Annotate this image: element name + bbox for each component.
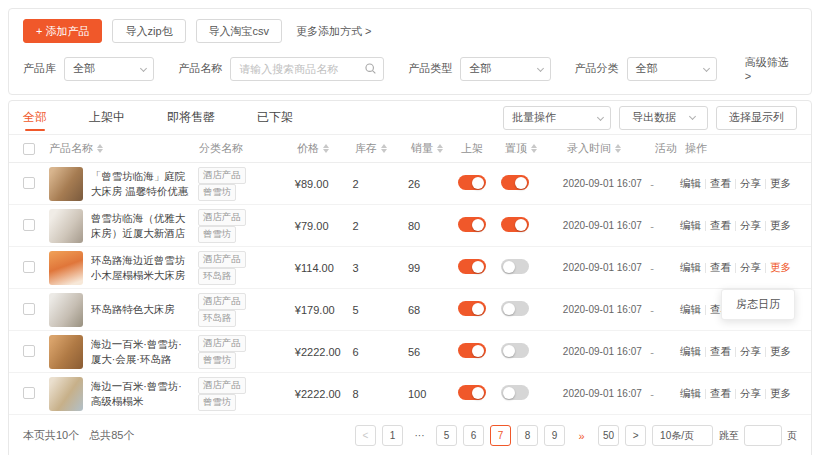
row-checkbox[interactable] — [23, 261, 35, 273]
page-button-7-current[interactable]: 7 — [490, 425, 511, 446]
row-checkbox[interactable] — [23, 303, 35, 315]
more-action[interactable]: 更多 — [770, 387, 791, 401]
export-data-button[interactable]: 导出数据 — [619, 106, 708, 130]
edit-action[interactable]: 编辑 — [680, 219, 701, 233]
on-shelf-toggle[interactable] — [458, 175, 486, 190]
product-name-link[interactable]: 海边一百米·曾雪坊·高级榻榻米 — [91, 379, 192, 407]
filter-bar: 产品库 全部 产品名称 产品类型 全部 产品分类 — [23, 55, 797, 82]
product-name-link[interactable]: 环岛路海边近曾雪坊小木屋榻榻米大床房 — [91, 253, 192, 281]
more-action[interactable]: 更多 — [770, 219, 791, 233]
product-name-link[interactable]: 曾雪坊临海（优雅大床房）近厦大新酒店 — [91, 211, 192, 239]
topped-toggle[interactable] — [501, 259, 529, 274]
more-action[interactable]: 更多 — [770, 261, 791, 275]
header-topped[interactable]: 置顶 — [505, 141, 567, 156]
product-name-search — [230, 57, 384, 81]
tab-off-sale[interactable]: 已下架 — [257, 101, 293, 135]
select-columns-button[interactable]: 选择显示列 — [716, 106, 797, 130]
header-stock[interactable]: 库存 — [355, 141, 411, 156]
sort-icon[interactable] — [97, 144, 103, 153]
topped-toggle[interactable] — [501, 301, 529, 316]
edit-action[interactable]: 编辑 — [680, 387, 701, 401]
more-action[interactable]: 更多 — [770, 345, 791, 359]
add-product-button[interactable]: + 添加产品 — [23, 19, 102, 43]
topped-toggle[interactable] — [501, 175, 529, 190]
view-action[interactable]: 查看 — [710, 219, 731, 233]
advanced-filter-link[interactable]: 高级筛选 > — [745, 55, 797, 82]
tab-almost-soldout[interactable]: 即将售罄 — [167, 101, 215, 135]
header-created-time[interactable]: 录入时间 — [567, 141, 655, 156]
header-product-name[interactable]: 产品名称 — [49, 141, 199, 156]
price-cell: ¥89.00 — [295, 178, 353, 190]
stock-cell: 5 — [352, 304, 408, 316]
tab-all[interactable]: 全部 — [23, 101, 47, 135]
jump-next-icon[interactable]: » — [571, 425, 592, 446]
edit-action[interactable]: 编辑 — [680, 303, 701, 317]
created-time-cell: 2020-09-01 16:07 — [563, 388, 650, 399]
page-button-1[interactable]: 1 — [382, 425, 403, 446]
page-button-50[interactable]: 50 — [598, 425, 619, 446]
page-button-9[interactable]: 9 — [544, 425, 565, 446]
select-all-checkbox[interactable] — [23, 143, 35, 155]
on-shelf-toggle[interactable] — [458, 301, 486, 316]
tab-on-sale[interactable]: 上架中 — [89, 101, 125, 135]
sort-icon[interactable] — [381, 144, 387, 153]
product-name-link[interactable]: 「曾雪坊临海」庭院大床房 温馨特价优惠 — [91, 169, 192, 197]
stock-cell: 6 — [352, 346, 408, 358]
library-filter-select[interactable]: 全部 — [64, 57, 154, 81]
row-checkbox[interactable] — [23, 219, 35, 231]
row-checkbox[interactable] — [23, 177, 35, 189]
more-add-methods-link[interactable]: 更多添加方式 > — [296, 24, 371, 39]
share-action[interactable]: 分享 — [740, 387, 761, 401]
header-category: 分类名称 — [199, 141, 297, 156]
toolbar-card: + 添加产品 导入zip包 导入淘宝csv 更多添加方式 > 产品库 全部 产品… — [8, 8, 812, 95]
page-size-select[interactable]: 10条/页 — [652, 425, 713, 446]
room-calendar-menu-item[interactable]: 房态日历 — [736, 298, 780, 310]
stock-cell: 2 — [352, 220, 408, 232]
on-shelf-toggle[interactable] — [458, 385, 486, 400]
sales-cell: 99 — [408, 262, 458, 274]
sort-icon[interactable] — [531, 144, 537, 153]
view-action[interactable]: 查看 — [710, 177, 731, 191]
share-action[interactable]: 分享 — [740, 177, 761, 191]
edit-action[interactable]: 编辑 — [680, 261, 701, 275]
product-image — [49, 167, 83, 201]
import-zip-button[interactable]: 导入zip包 — [112, 19, 185, 43]
page-button-5[interactable]: 5 — [436, 425, 457, 446]
product-name-link[interactable]: 海边一百米·曾雪坊·厦大·会展·环岛路 — [91, 337, 192, 365]
on-shelf-toggle[interactable] — [458, 343, 486, 358]
view-action[interactable]: 查看 — [710, 261, 731, 275]
view-action[interactable]: 查看 — [710, 387, 731, 401]
product-name-search-input[interactable] — [230, 57, 384, 81]
share-action[interactable]: 分享 — [740, 219, 761, 233]
prev-page-button[interactable]: < — [355, 425, 376, 446]
jump-page-input[interactable] — [744, 425, 782, 446]
edit-action[interactable]: 编辑 — [680, 345, 701, 359]
on-shelf-toggle[interactable] — [458, 259, 486, 274]
edit-action[interactable]: 编辑 — [680, 177, 701, 191]
sort-icon[interactable] — [323, 144, 329, 153]
product-type-filter-label: 产品类型 — [408, 61, 452, 76]
row-checkbox[interactable] — [23, 387, 35, 399]
share-action[interactable]: 分享 — [740, 261, 761, 275]
header-sales[interactable]: 销量 — [411, 141, 461, 156]
header-price[interactable]: 价格 — [297, 141, 355, 156]
topped-toggle[interactable] — [501, 385, 529, 400]
sort-icon[interactable] — [437, 144, 443, 153]
next-page-button[interactable]: > — [625, 425, 646, 446]
topped-toggle[interactable] — [501, 217, 529, 232]
row-checkbox[interactable] — [23, 345, 35, 357]
import-taobao-csv-button[interactable]: 导入淘宝csv — [196, 19, 283, 43]
product-name-link[interactable]: 环岛路特色大床房 — [91, 302, 175, 316]
page-button-6[interactable]: 6 — [463, 425, 484, 446]
batch-operation-select[interactable]: 批量操作 — [503, 106, 611, 130]
on-shelf-toggle[interactable] — [458, 217, 486, 232]
more-action[interactable]: 更多 — [770, 177, 791, 191]
product-category-filter-select[interactable]: 全部 — [627, 57, 717, 81]
topped-toggle[interactable] — [501, 343, 529, 358]
share-action[interactable]: 分享 — [740, 345, 761, 359]
page-button-8[interactable]: 8 — [517, 425, 538, 446]
search-icon[interactable] — [364, 62, 377, 75]
product-type-filter-select[interactable]: 全部 — [460, 57, 550, 81]
view-action[interactable]: 查看 — [710, 345, 731, 359]
sort-icon[interactable] — [615, 144, 621, 153]
